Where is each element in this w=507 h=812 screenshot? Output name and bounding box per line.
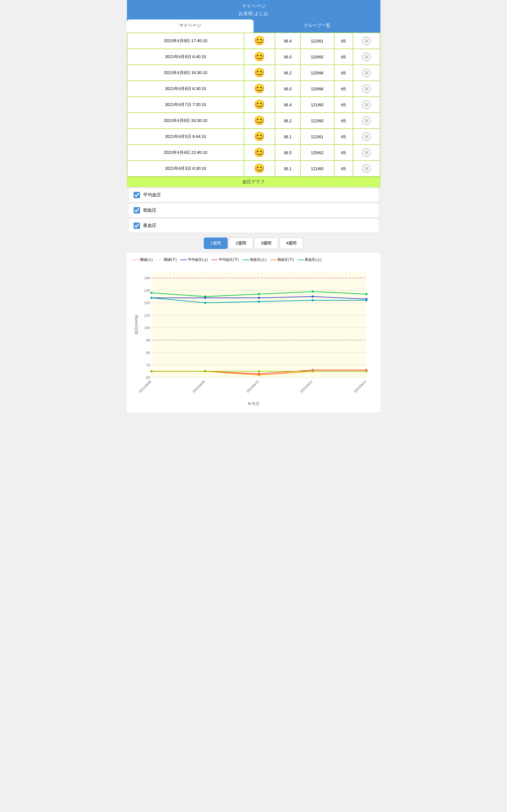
delete-button[interactable]: ✕: [362, 100, 371, 109]
cell-delete[interactable]: ✕: [353, 49, 380, 65]
svg-point-33: [258, 300, 260, 303]
cell-mood: 😊: [244, 49, 275, 65]
checkbox-row: 平均血圧: [128, 188, 379, 202]
svg-point-46: [150, 370, 153, 372]
cell-delete[interactable]: ✕: [353, 145, 380, 160]
cell-temp: 36.2: [275, 113, 300, 129]
checkbox-label: 夜血圧: [143, 223, 157, 229]
legend-line: [157, 259, 163, 260]
cell-pulse: 65: [334, 33, 353, 49]
chart-svg-wrap: 607080901001101201301402021/04/082021/04…: [130, 265, 377, 400]
table-row: 2021年4月3日 6:30:10 😊 36.1 121/60 65 ✕: [127, 160, 380, 176]
cell-temp: 36.2: [275, 65, 300, 81]
table-row: 2021年4月4日 22:40:10 😊 36.5 125/62 65 ✕: [127, 145, 380, 160]
cell-mood: 😊: [244, 145, 275, 160]
checkbox-0[interactable]: [133, 192, 140, 198]
period-button-1[interactable]: 1週間: [204, 238, 228, 249]
cell-pulse: 65: [334, 145, 353, 160]
cell-date: 2021年4月8日 6:30:10: [127, 81, 244, 97]
svg-text:110: 110: [144, 313, 150, 317]
legend-line: [243, 259, 249, 260]
svg-point-34: [312, 299, 314, 302]
cell-mood: 😊: [244, 113, 275, 129]
header-subtitle: お名前:よしお: [127, 10, 380, 17]
svg-point-31: [150, 297, 153, 299]
delete-button[interactable]: ✕: [362, 132, 371, 141]
legend-line: [297, 259, 304, 260]
svg-point-29: [312, 296, 314, 298]
checkbox-1[interactable]: [133, 207, 140, 213]
svg-point-48: [258, 370, 260, 372]
legend-item: 平均血圧(下): [211, 257, 238, 262]
period-button-3[interactable]: 3週間: [254, 238, 278, 249]
svg-text:血圧(mmHg): 血圧(mmHg): [134, 315, 138, 335]
legend-label: 朝血圧(上): [250, 257, 266, 262]
svg-text:120: 120: [144, 301, 150, 305]
legend-item: 閾値(下): [157, 257, 177, 262]
svg-text:100: 100: [144, 326, 150, 330]
header-title: マイページ: [127, 3, 380, 10]
cell-delete[interactable]: ✕: [353, 160, 380, 176]
table-row: 2021年4月9日 17:40:10 😊 36.4 122/61 65 ✕: [127, 33, 380, 49]
page-header: マイページ お名前:よしお: [127, 0, 380, 19]
legend-line: [211, 259, 218, 260]
chart-container: 閾値(上) 閾値(下) 平均血圧(上) 平均血圧(下) 朝血圧(上) 朝血圧(下…: [127, 253, 380, 412]
svg-text:80: 80: [146, 351, 150, 355]
svg-point-47: [204, 370, 206, 372]
delete-button[interactable]: ✕: [362, 52, 371, 61]
cell-delete[interactable]: ✕: [353, 129, 380, 145]
delete-button[interactable]: ✕: [362, 36, 371, 45]
svg-text:2021/04/11: 2021/04/11: [299, 379, 313, 393]
checkbox-label: 平均血圧: [143, 192, 161, 198]
svg-point-23: [258, 293, 260, 295]
tab-groups[interactable]: グループ一覧: [253, 19, 380, 33]
cell-temp: 36.1: [275, 129, 300, 145]
svg-text:70: 70: [146, 363, 150, 367]
cell-delete[interactable]: ✕: [353, 81, 380, 97]
period-button-group: 1週間2週間3週間4週間: [127, 234, 380, 253]
cell-mood: 😊: [244, 81, 275, 97]
delete-button[interactable]: ✕: [362, 84, 371, 93]
legend-item: 朝血圧(下): [270, 257, 294, 262]
checkbox-row: 朝血圧: [128, 203, 379, 218]
checkbox-2[interactable]: [133, 222, 140, 229]
cell-bp: 121/60: [300, 97, 334, 113]
delete-button[interactable]: ✕: [362, 116, 371, 125]
cell-temp: 36.0: [275, 49, 300, 65]
cell-pulse: 65: [334, 113, 353, 129]
cell-bp: 120/66: [300, 81, 334, 97]
legend-label: 朝血圧(下): [277, 257, 294, 262]
cell-pulse: 65: [334, 160, 353, 176]
cell-delete[interactable]: ✕: [353, 33, 380, 49]
delete-button[interactable]: ✕: [362, 68, 371, 77]
legend-line: [133, 259, 139, 260]
checkbox-label: 朝血圧: [143, 207, 157, 213]
cell-date: 2021年4月5日 6:44:10: [127, 129, 244, 145]
cell-bp: 121/60: [300, 160, 334, 176]
cell-pulse: 65: [334, 65, 353, 81]
tab-mypage[interactable]: マイページ: [127, 19, 254, 33]
period-button-2[interactable]: 2週間: [229, 238, 253, 249]
cell-bp: 125/62: [300, 145, 334, 160]
period-button-4[interactable]: 4週間: [279, 238, 303, 249]
cell-delete[interactable]: ✕: [353, 97, 380, 113]
cell-temp: 36.5: [275, 145, 300, 160]
cell-bp: 125/66: [300, 65, 334, 81]
legend-item: 夜血圧(上): [297, 257, 321, 262]
table-row: 2021年4月6日 20:30:10 😊 36.2 122/60 65 ✕: [127, 113, 380, 129]
delete-button[interactable]: ✕: [362, 164, 371, 173]
cell-bp: 120/65: [300, 49, 334, 65]
blood-pressure-chart: 607080901001101201301402021/04/082021/04…: [130, 265, 377, 399]
delete-button[interactable]: ✕: [362, 148, 371, 157]
cell-delete[interactable]: ✕: [353, 65, 380, 81]
svg-text:140: 140: [144, 276, 150, 280]
cell-pulse: 65: [334, 49, 353, 65]
svg-point-32: [204, 302, 206, 304]
svg-text:130: 130: [144, 289, 150, 292]
cell-delete[interactable]: ✕: [353, 113, 380, 129]
cell-temp: 36.0: [275, 81, 300, 97]
svg-point-24: [312, 291, 314, 293]
cell-pulse: 65: [334, 81, 353, 97]
table-row: 2021年4月9日 6:40:10 😊 36.0 120/65 65 ✕: [127, 49, 380, 65]
x-axis-label: 年月日: [130, 400, 377, 409]
